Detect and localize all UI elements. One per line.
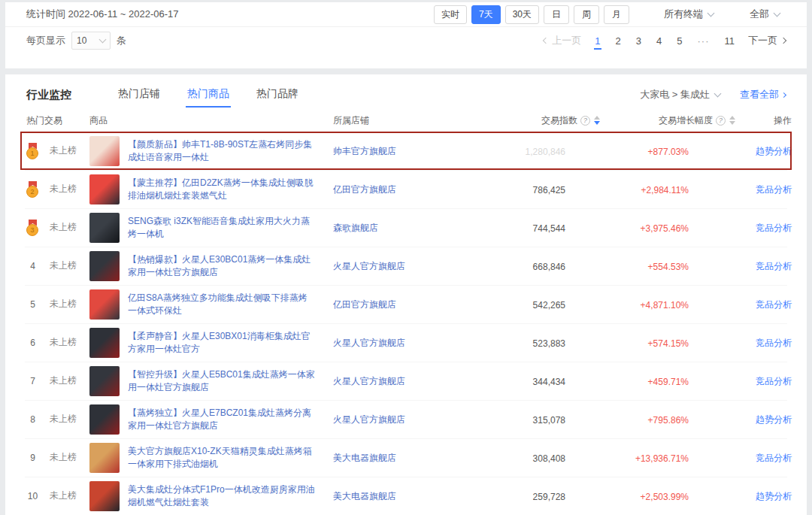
product-link[interactable]: 【蒙主推荐】亿田D2ZK蒸烤一体集成灶侧吸脱排油烟机烟灶套装燃气灶 (128, 177, 316, 202)
table-row: 10未上榜美大集成灶分体式F1Pro一体机改造厨房家用油烟机燃气灶烟灶套装美大电… (20, 477, 792, 515)
store-link[interactable]: 美大电器旗舰店 (333, 491, 396, 501)
store-link[interactable]: 火星人官方旗舰店 (333, 376, 405, 386)
product-link[interactable]: SENG森歌 i3ZK智能语音集成灶家用大火力蒸烤一体机 (128, 215, 316, 241)
growth-value: +459.71% (648, 377, 735, 387)
store-link[interactable]: 美大电器旗舰店 (333, 453, 396, 463)
time-button-7d[interactable]: 7天 (471, 5, 501, 24)
action-link[interactable]: 竞品分析 (756, 376, 792, 386)
header-growth: 交易增长幅度 (600, 114, 735, 127)
time-button-realtime[interactable]: 实时 (434, 5, 467, 24)
index-cell: 308,408 (495, 451, 600, 465)
medal-icon: 3 (26, 220, 39, 236)
action-link[interactable]: 趋势分析 (756, 414, 792, 425)
product-link[interactable]: 【柔声静音】火星人E30BX01消毒柜集成灶官方家用一体灶官方 (128, 330, 316, 356)
product-link[interactable]: 美大集成灶分体式F1Pro一体机改造厨房家用油烟机燃气灶烟灶套装 (128, 483, 316, 509)
tab-hot-shops[interactable]: 热门店铺 (118, 80, 160, 109)
rank-status: 未上榜 (50, 374, 77, 387)
page-number-2[interactable]: 2 (615, 34, 622, 48)
rank-status: 未上榜 (50, 259, 77, 272)
store-cell: 火星人官方旗舰店 (333, 335, 495, 350)
time-button-day[interactable]: 日 (544, 5, 569, 24)
action-link[interactable]: 趋势分析 (756, 491, 792, 501)
header-product: 商品 (89, 114, 333, 127)
pagination: 上一页 12345···11 下一页 (544, 34, 786, 47)
help-icon[interactable] (580, 116, 590, 126)
view-all-link[interactable]: 查看全部 (740, 88, 786, 101)
help-icon[interactable] (716, 116, 726, 126)
header-index: 交易指数 (495, 114, 600, 127)
terminal-dropdown[interactable]: 所有终端 (664, 8, 714, 21)
chevron-down-icon (707, 9, 715, 17)
store-link[interactable]: 火星人官方旗舰店 (333, 338, 405, 348)
action-link[interactable]: 竞品分析 (756, 338, 792, 348)
table-row: 5未上榜亿田S8A蒸烤独立多功能集成灶侧吸下排蒸烤一体式环保灶亿田官方旗舰店54… (20, 285, 792, 323)
sort-asc-icon (594, 116, 600, 120)
sort-control-index[interactable] (594, 116, 600, 125)
time-button-30d[interactable]: 30天 (505, 5, 539, 24)
product-thumbnail[interactable] (89, 213, 120, 243)
table-header-row: 热门交易 商品 所属店铺 交易指数 交易增长幅度 操作 (20, 109, 792, 132)
product-thumbnail[interactable] (89, 481, 120, 511)
rank-cell: 9未上榜 (20, 451, 89, 464)
product-link[interactable]: 【蒸烤独立】火星人E7BCZ01集成灶蒸烤分离家用一体灶官方旗舰店 (128, 407, 316, 432)
action-link[interactable]: 竞品分析 (756, 223, 792, 233)
product-link[interactable]: 亿田S8A蒸烤独立多功能集成灶侧吸下排蒸烤一体式环保灶 (128, 292, 316, 317)
product-link[interactable]: 美大官方旗舰店X10-ZK天猫精灵集成灶蒸烤箱一体家用下排式油烟机 (128, 445, 316, 471)
index-cell: 542,265 (495, 298, 600, 311)
rank-cell: 7未上榜 (20, 374, 89, 387)
page-number-3[interactable]: 3 (635, 34, 642, 48)
store-link[interactable]: 帅丰官方旗舰店 (333, 146, 396, 156)
product-thumbnail[interactable] (89, 174, 120, 204)
rank-cell: 5未上榜 (20, 298, 89, 311)
product-thumbnail[interactable] (89, 136, 120, 166)
action-link[interactable]: 竞品分析 (756, 453, 792, 463)
store-link[interactable]: 火星人官方旗舰店 (333, 414, 405, 425)
table-row: 6未上榜【柔声静音】火星人E30BX01消毒柜集成灶官方家用一体灶官方火星人官方… (20, 323, 792, 362)
index-value: 744,544 (533, 223, 600, 234)
store-link[interactable]: 森歌旗舰店 (333, 223, 378, 233)
action-link[interactable]: 竞品分析 (756, 261, 792, 271)
index-value: 523,883 (533, 338, 600, 349)
product-link[interactable]: 【热销爆款】火星人E30BC01蒸烤一体集成灶家用一体灶官方旗舰店 (128, 253, 316, 279)
product-thumbnail[interactable] (89, 443, 120, 473)
tab-hot-products[interactable]: 热门商品 (187, 80, 229, 109)
rank-status: 未上榜 (50, 183, 77, 195)
action-link[interactable]: 竞品分析 (756, 299, 792, 310)
time-button-week[interactable]: 周 (574, 5, 599, 24)
action-cell: 趋势分析 (735, 412, 792, 426)
product-link[interactable]: 【智控升级】火星人E5BC01集成灶蒸烤一体家用一体灶官方旗舰店 (128, 368, 316, 394)
store-link[interactable]: 亿田官方旗舰店 (333, 184, 396, 195)
medal-icon: 1 (26, 143, 39, 159)
page-number-4[interactable]: 4 (656, 34, 662, 48)
header-index-label: 交易指数 (541, 114, 577, 127)
rank-cell: 1未上榜 (20, 143, 89, 159)
action-link[interactable]: 竞品分析 (756, 184, 792, 195)
product-thumbnail[interactable] (89, 404, 120, 435)
action-link[interactable]: 趋势分析 (756, 146, 792, 156)
product-thumbnail[interactable] (89, 251, 120, 281)
store-link[interactable]: 亿田官方旗舰店 (333, 299, 396, 310)
growth-value: +2,503.99% (641, 492, 735, 502)
product-thumbnail[interactable] (89, 289, 120, 320)
product-cell: 【智控升级】火星人E5BC01集成灶蒸烤一体家用一体灶官方旗舰店 (89, 366, 333, 396)
time-button-month[interactable]: 月 (604, 5, 629, 24)
product-thumbnail[interactable] (89, 366, 120, 396)
page-number-5[interactable]: 5 (676, 34, 683, 48)
action-cell: 竞品分析 (735, 450, 792, 465)
sort-control-growth[interactable] (729, 116, 735, 125)
sort-asc-icon (729, 116, 735, 120)
category-dropdown[interactable]: 大家电 > 集成灶 (640, 88, 720, 101)
page-number-11[interactable]: 11 (724, 34, 736, 48)
prev-page-button[interactable]: 上一页 (544, 34, 581, 47)
tab-hot-brands[interactable]: 热门品牌 (256, 80, 298, 109)
scope-dropdown[interactable]: 全部 (750, 8, 780, 21)
table-row: 7未上榜【智控升级】火星人E5BC01集成灶蒸烤一体家用一体灶官方旗舰店火星人官… (20, 362, 792, 400)
page-number-1[interactable]: 1 (594, 34, 601, 50)
store-link[interactable]: 火星人官方旗舰店 (333, 261, 405, 271)
header-growth-label: 交易增长幅度 (659, 114, 713, 127)
next-page-button[interactable]: 下一页 (748, 34, 786, 47)
page-size-select[interactable]: 10 (71, 32, 111, 50)
product-link[interactable]: 【颜质新品】帅丰T1-8B-90ST左蒸右烤同步集成灶语音家用一体灶 (128, 138, 316, 164)
growth-cell: +574.15% (600, 336, 735, 350)
product-thumbnail[interactable] (89, 328, 120, 358)
